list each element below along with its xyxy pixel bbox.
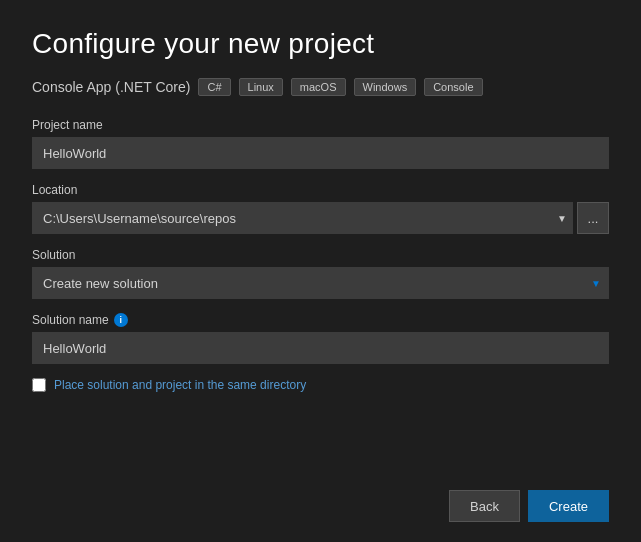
solution-select[interactable]: Create new solutionAdd to solutionNone bbox=[32, 267, 609, 299]
tag-console: Console bbox=[424, 78, 482, 96]
subtitle-text: Console App (.NET Core) bbox=[32, 79, 190, 95]
project-name-label: Project name bbox=[32, 118, 609, 132]
location-input-wrapper: ▼ bbox=[32, 202, 573, 234]
subtitle-row: Console App (.NET Core) C# Linux macOS W… bbox=[32, 78, 609, 96]
same-directory-checkbox[interactable] bbox=[32, 378, 46, 392]
solution-label: Solution bbox=[32, 248, 609, 262]
location-row: ▼ ... bbox=[32, 202, 609, 234]
same-directory-label[interactable]: Place solution and project in the same d… bbox=[54, 378, 306, 392]
footer: Back Create bbox=[32, 474, 609, 522]
solution-name-group: Solution name i bbox=[32, 313, 609, 364]
page-title: Configure your new project bbox=[32, 28, 609, 60]
solution-select-wrapper: Create new solutionAdd to solutionNone ▼ bbox=[32, 267, 609, 299]
back-button[interactable]: Back bbox=[449, 490, 520, 522]
solution-name-label: Solution name i bbox=[32, 313, 609, 327]
checkbox-row: Place solution and project in the same d… bbox=[32, 378, 609, 392]
tag-linux: Linux bbox=[239, 78, 283, 96]
solution-name-info-icon[interactable]: i bbox=[114, 313, 128, 327]
solution-name-input[interactable] bbox=[32, 332, 609, 364]
project-name-input[interactable] bbox=[32, 137, 609, 169]
browse-button[interactable]: ... bbox=[577, 202, 609, 234]
location-label: Location bbox=[32, 183, 609, 197]
form-section: Project name Location ▼ ... Solution Cre… bbox=[32, 118, 609, 474]
solution-group: Solution Create new solutionAdd to solut… bbox=[32, 248, 609, 299]
tag-csharp: C# bbox=[198, 78, 230, 96]
create-button[interactable]: Create bbox=[528, 490, 609, 522]
project-name-group: Project name bbox=[32, 118, 609, 169]
tag-windows: Windows bbox=[354, 78, 417, 96]
location-group: Location ▼ ... bbox=[32, 183, 609, 234]
location-input[interactable] bbox=[32, 202, 573, 234]
tag-macos: macOS bbox=[291, 78, 346, 96]
